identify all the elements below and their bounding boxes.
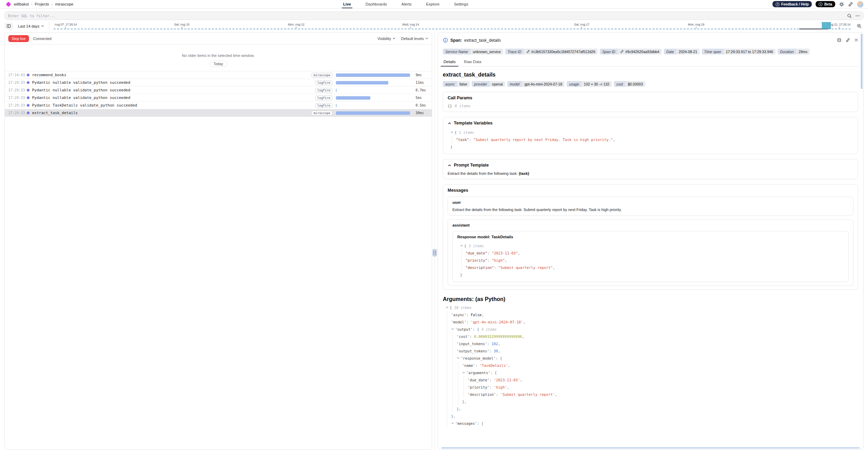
span-diamond-icon <box>27 89 30 92</box>
splitter-grip-handle[interactable] <box>432 249 437 257</box>
trace-timestamp: 17:14:43 <box>8 73 26 77</box>
copy-link-icon[interactable] <box>846 38 850 42</box>
nav-tab[interactable]: Alerts <box>401 0 411 8</box>
trace-row[interactable]: 17:29:33 extract_task_details mirascope … <box>5 109 432 117</box>
timeline-tick: Aug 21, 17:26:14 <box>828 23 851 29</box>
timeline-bar: Last 14 days Aug 07, 17:26:14 Sat, Aug 1… <box>4 22 864 30</box>
duration-label: 0.7ms <box>412 88 428 92</box>
trace-row[interactable]: 17:29:33 Pydantic nullable validate_pyth… <box>5 94 432 102</box>
tick-mark <box>581 27 582 29</box>
attribute-badge: usage 102 + 30 -> 132 <box>567 81 612 87</box>
message-role: user <box>452 200 849 204</box>
timeline-tick: Aug 07, 17:26:14 <box>54 23 77 29</box>
share-link-icon[interactable] <box>848 2 853 7</box>
expand-chevron-icon[interactable] <box>446 306 449 309</box>
feedback-help-button[interactable]: ? Feedback / Help <box>772 1 812 7</box>
trace-row[interactable]: 17:14:43 recommend_books mirascope 9ms <box>5 71 432 79</box>
visibility-dropdown[interactable]: Visibility <box>377 37 396 41</box>
trace-row[interactable]: 17:29:33 Pydantic nullable validate_pyth… <box>5 79 432 87</box>
sidebar-toggle-button[interactable] <box>4 22 13 30</box>
main-content: Stop live Connected Visibility Default l… <box>4 32 864 450</box>
tick-mark <box>66 27 66 29</box>
more-options-icon[interactable] <box>855 13 860 18</box>
detail-tab[interactable]: Details <box>443 60 456 66</box>
trace-row[interactable]: 17:29:33 Pydantic TaskDetails validate_p… <box>5 102 432 109</box>
breadcrumb-org[interactable]: willbakst <box>14 2 29 6</box>
message-role: assistant <box>452 223 849 227</box>
span-diamond-icon <box>27 111 30 115</box>
empty-object: {} <box>448 104 452 108</box>
sql-filter-input[interactable] <box>4 11 864 20</box>
trace-timestamp: 17:29:33 <box>8 88 26 92</box>
duration-label: 0.5ms <box>412 103 428 107</box>
timeline-strip[interactable]: Aug 07, 17:26:14 Sat, Aug 10 Mon, Aug 12… <box>52 22 852 30</box>
expand-chevron-icon[interactable] <box>462 371 465 374</box>
trace-name: Pydantic TaskDetails validate_python suc… <box>32 103 312 108</box>
nav-tab[interactable]: Settings <box>454 0 468 8</box>
link-icon[interactable] <box>620 50 624 53</box>
nav-tab[interactable]: Live <box>343 0 351 8</box>
span-diamond-icon <box>27 96 30 100</box>
duration-bar <box>336 89 337 92</box>
collapse-chevron-icon[interactable] <box>448 121 451 125</box>
trace-tag: logfire <box>312 103 332 108</box>
stop-live-button[interactable]: Stop live <box>8 35 29 42</box>
breadcrumb-projects[interactable]: Projects <box>35 2 49 6</box>
expand-chevron-icon[interactable] <box>460 244 463 247</box>
span-detail-tabs: DetailsRaw Data <box>443 60 858 67</box>
attribute-badge: model gpt-4o-mini-2024-07-18 <box>507 81 565 87</box>
user-avatar[interactable] <box>857 1 864 8</box>
empty-window-notice: No older items in the selected time wind… <box>5 53 432 58</box>
timeline-tick: Wed, Aug 14 <box>402 23 419 29</box>
logfire-logo-icon[interactable] <box>6 1 11 7</box>
time-range-dropdown[interactable]: Last 14 days <box>16 24 46 28</box>
zoom-in-button[interactable] <box>855 22 864 30</box>
prompt-template-card: Prompt Template Extract the details from… <box>443 159 858 179</box>
dock-panel-icon[interactable] <box>837 38 841 42</box>
meta-badge: Service Name unknown_service <box>443 49 503 54</box>
duration-track <box>336 96 412 100</box>
trace-row[interactable]: 17:29:33 Pydantic nullable validate_pyth… <box>5 87 432 94</box>
chevron-down-icon <box>425 37 428 40</box>
breadcrumb-project[interactable]: mirascope <box>55 2 73 6</box>
attribute-badge: provider openai <box>472 81 505 87</box>
response-model-heading: Response model: TaskDetails <box>457 235 844 239</box>
trace-name: extract_task_details <box>32 111 312 115</box>
live-traces-panel: Stop live Connected Visibility Default l… <box>4 32 432 450</box>
span-diamond-icon <box>27 104 30 107</box>
collapse-chevron-icon[interactable] <box>448 163 451 167</box>
response-model-card: Response model: TaskDetails { 3 items"du… <box>452 231 849 282</box>
detail-tab[interactable]: Raw Data <box>463 60 482 66</box>
nav-tab[interactable]: Dashboards <box>366 0 387 8</box>
expand-chevron-icon[interactable] <box>451 422 454 425</box>
close-icon[interactable] <box>854 38 858 42</box>
theme-toggle-icon[interactable] <box>839 2 844 7</box>
arguments-heading: Arguments: (as Python) <box>443 296 858 302</box>
trace-timestamp: 17:29:33 <box>8 103 26 107</box>
call-params-card: Call Params {}0 items <box>443 92 858 112</box>
vertical-scrollbar[interactable] <box>861 34 862 89</box>
span-name: extract_task_details <box>464 38 501 43</box>
attribute-badge: async false <box>443 81 470 87</box>
span-kind-label: Span: <box>450 38 462 43</box>
default-levels-dropdown[interactable]: Default levels <box>401 37 428 41</box>
link-icon[interactable] <box>526 50 530 53</box>
duration-bar <box>336 111 410 115</box>
tick-mark <box>839 27 839 29</box>
span-title: extract_task_details <box>443 72 858 78</box>
sql-filter-bar <box>4 11 864 20</box>
expand-chevron-icon[interactable] <box>457 357 460 360</box>
timeline-selection-handle[interactable] <box>822 22 831 29</box>
trace-rows: 17:14:43 recommend_books mirascope 9ms 1… <box>5 71 432 117</box>
meta-badge: Trace ID #c3b5157330ea5c1fd4572747af512d… <box>505 49 598 54</box>
meta-badge: Time span 17:29:33.917 to 17:29:33.946 <box>702 49 776 54</box>
nav-tab[interactable]: Explore <box>426 0 439 8</box>
message-text: Extract the details from the following t… <box>452 208 849 212</box>
search-icon[interactable] <box>847 13 852 18</box>
tick-mark <box>296 27 296 29</box>
beta-button[interactable]: i Beta <box>816 1 835 7</box>
horizontal-scrollbar[interactable] <box>441 447 860 449</box>
template-variables-card: Template Variables { 1 items"task": "Sub… <box>443 117 858 154</box>
expand-chevron-icon[interactable] <box>450 131 453 134</box>
expand-chevron-icon[interactable] <box>451 328 454 331</box>
